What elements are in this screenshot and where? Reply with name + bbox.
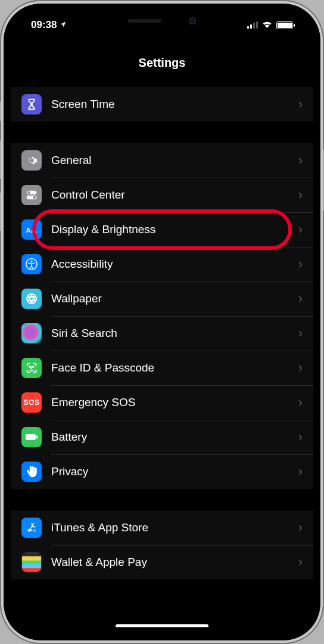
chevron-right-icon: › — [298, 97, 303, 112]
control-center-icon — [21, 185, 42, 205]
volume-down-button — [0, 192, 1, 231]
svg-point-5 — [30, 261, 32, 262]
wallpaper-icon — [21, 289, 42, 309]
group-separator — [11, 122, 313, 143]
volume-up-button — [0, 140, 1, 179]
home-indicator[interactable] — [116, 624, 208, 627]
battery-icon — [21, 427, 42, 447]
svg-point-3 — [33, 196, 36, 199]
settings-row-wallpaper[interactable]: Wallpaper› — [11, 281, 313, 316]
row-label: Emergency SOS — [51, 396, 298, 409]
privacy-icon — [21, 462, 42, 482]
clock: 09:38 — [31, 19, 57, 31]
settings-group: General›Control Center›AADisplay & Brigh… — [11, 143, 313, 489]
settings-row-display[interactable]: AADisplay & Brightness› — [11, 212, 313, 247]
svg-rect-14 — [36, 435, 38, 438]
chevron-right-icon: › — [298, 555, 303, 570]
chevron-right-icon: › — [298, 360, 303, 376]
chevron-right-icon: › — [298, 222, 303, 237]
settings-row-siri[interactable]: Siri & Search› — [11, 316, 313, 351]
accessibility-icon — [21, 254, 42, 274]
svg-rect-13 — [26, 434, 36, 440]
settings-row-accessibility[interactable]: Accessibility› — [11, 247, 313, 281]
settings-list[interactable]: Screen Time›General›Control Center›AADis… — [11, 87, 313, 633]
settings-row-appstore[interactable]: iTunes & App Store› — [11, 510, 313, 545]
row-label: General — [51, 154, 298, 167]
chevron-right-icon: › — [298, 291, 303, 306]
settings-row-wallet[interactable]: Wallet & Apple Pay› — [11, 545, 313, 580]
notch — [92, 11, 232, 31]
mute-switch — [0, 101, 1, 122]
front-camera — [189, 17, 196, 24]
settings-row-control-center[interactable]: Control Center› — [11, 178, 313, 212]
screen-time-icon — [21, 94, 42, 114]
settings-group: Screen Time› — [11, 87, 313, 122]
chevron-right-icon: › — [298, 429, 303, 445]
row-label: Screen Time — [51, 98, 298, 111]
siri-icon — [21, 323, 42, 343]
faceid-icon — [21, 358, 42, 378]
settings-row-screen-time[interactable]: Screen Time› — [11, 87, 313, 122]
chevron-right-icon: › — [298, 395, 303, 410]
battery-icon — [276, 21, 293, 29]
wallet-icon — [21, 552, 42, 572]
row-label: Control Center — [51, 188, 298, 202]
group-separator — [11, 489, 313, 510]
row-label: iTunes & App Store — [51, 521, 298, 534]
chevron-right-icon: › — [298, 326, 303, 341]
settings-row-faceid[interactable]: Face ID & Passcode› — [11, 351, 313, 385]
navigation-bar: Settings — [11, 56, 313, 70]
settings-row-privacy[interactable]: Privacy› — [11, 454, 313, 489]
svg-point-1 — [27, 191, 30, 194]
row-label: Privacy — [51, 465, 298, 478]
sos-icon: SOS — [21, 392, 42, 413]
settings-row-battery[interactable]: Battery› — [11, 420, 313, 454]
row-label: Wallet & Apple Pay — [51, 556, 298, 569]
wifi-icon — [261, 19, 273, 31]
cellular-signal-icon — [247, 21, 258, 29]
row-label: Accessibility — [51, 258, 298, 271]
svg-point-11 — [29, 366, 30, 367]
appstore-icon — [21, 518, 42, 538]
row-label: Face ID & Passcode — [51, 361, 298, 374]
chevron-right-icon: › — [298, 153, 303, 168]
display-icon: AA — [21, 219, 42, 240]
chevron-right-icon: › — [298, 256, 303, 272]
phone-frame: 09:38 Settings Screen Time›General›Contr… — [0, 0, 324, 644]
chevron-right-icon: › — [298, 520, 303, 535]
screen: 09:38 Settings Screen Time›General›Contr… — [11, 11, 313, 633]
location-icon — [60, 21, 67, 30]
row-label: Battery — [51, 431, 298, 444]
speaker-grille — [128, 19, 161, 23]
page-title: Settings — [139, 56, 186, 69]
general-icon — [21, 150, 42, 171]
row-label: Siri & Search — [51, 327, 298, 340]
svg-point-12 — [33, 366, 34, 367]
chevron-right-icon: › — [298, 187, 303, 203]
row-label: Display & Brightness — [51, 223, 298, 236]
settings-row-sos[interactable]: SOSEmergency SOS› — [11, 385, 313, 420]
svg-point-6 — [30, 297, 33, 301]
row-label: Wallpaper — [51, 292, 298, 305]
chevron-right-icon: › — [298, 464, 303, 479]
settings-group: iTunes & App Store›Wallet & Apple Pay› — [11, 510, 313, 580]
settings-row-general[interactable]: General› — [11, 143, 313, 178]
